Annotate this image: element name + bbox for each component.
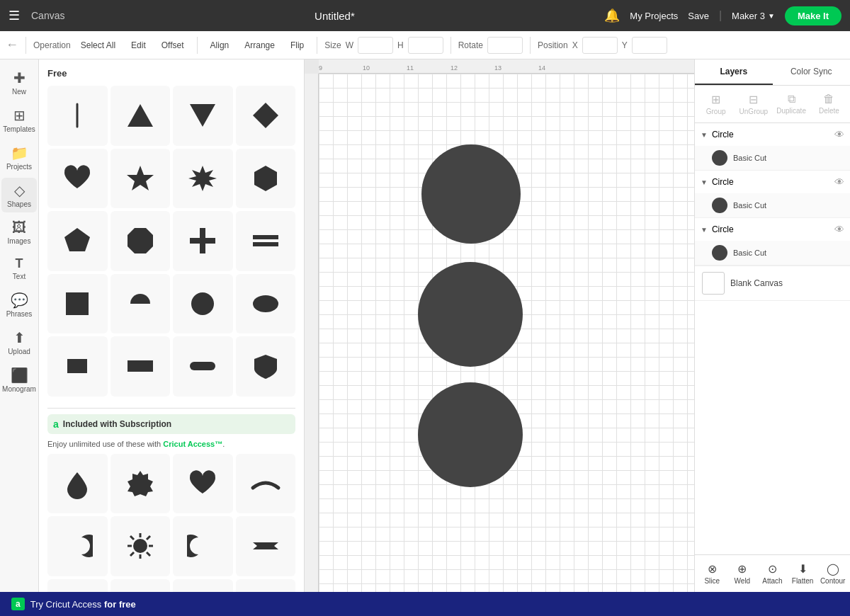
layer-item-2[interactable]: Basic Cut <box>695 193 850 217</box>
layer-group-header-3[interactable]: ▼ Circle 👁 <box>695 218 850 241</box>
images-icon: 🖼 <box>12 219 26 236</box>
shape-circle[interactable] <box>173 274 233 334</box>
make-it-button[interactable]: Make It <box>785 6 842 25</box>
duplicate-button[interactable]: ⧉ Duplicate <box>774 90 810 118</box>
layer-item-3[interactable]: Basic Cut <box>695 241 850 265</box>
sub-shape-crescent[interactable] <box>47 516 108 576</box>
layer-item-1[interactable]: Basic Cut <box>695 146 850 170</box>
canvas-circle-1[interactable] <box>421 144 521 244</box>
arrange-button[interactable]: Arrange <box>239 38 280 52</box>
layer-visibility-icon-1[interactable]: 👁 <box>834 129 844 140</box>
height-input[interactable] <box>408 37 443 54</box>
shape-diamond[interactable] <box>236 86 296 146</box>
cricut-access-link[interactable]: Cricut Access™ <box>163 440 222 448</box>
layer-visibility-icon-2[interactable]: 👁 <box>834 176 844 188</box>
notifications-icon[interactable]: 🔔 <box>604 8 620 23</box>
sidebar-item-text[interactable]: T Text <box>1 252 37 285</box>
sidebar-label-monogram: Monogram <box>2 385 36 393</box>
layer-group-header-2[interactable]: ▼ Circle 👁 <box>695 171 850 193</box>
upload-icon: ⬆ <box>13 329 26 346</box>
canvas-circle-3[interactable] <box>418 382 523 487</box>
y-input[interactable] <box>632 37 667 54</box>
shape-triangle[interactable] <box>110 86 171 146</box>
save-button[interactable]: Save <box>688 11 709 21</box>
select-all-button[interactable]: Select All <box>75 38 121 52</box>
width-label: W <box>346 40 353 50</box>
svg-marker-5 <box>188 166 217 191</box>
tab-color-sync[interactable]: Color Sync <box>773 59 851 85</box>
slice-button[interactable]: ⊗ Slice <box>698 559 727 588</box>
svg-rect-11 <box>253 235 278 239</box>
contour-label: Contour <box>820 577 846 585</box>
back-icon[interactable]: ← <box>6 38 18 52</box>
canvas-circle-2[interactable] <box>418 262 523 367</box>
shape-oval[interactable] <box>236 274 296 334</box>
x-label: X <box>572 40 578 50</box>
shape-rect[interactable] <box>110 336 171 397</box>
sub-shape-banner-flat[interactable] <box>236 516 296 576</box>
sub-shape-sunburst[interactable] <box>110 516 171 576</box>
edit-button[interactable]: Edit <box>125 38 152 52</box>
sub-shape-banner3[interactable] <box>173 579 233 593</box>
sidebar-item-images[interactable]: 🖼 Images <box>1 215 37 249</box>
weld-button[interactable]: ⊕ Weld <box>728 559 757 588</box>
shape-hexagon[interactable] <box>236 149 296 209</box>
shape-square-small[interactable] <box>47 336 108 397</box>
menu-icon[interactable]: ☰ <box>8 8 20 23</box>
shape-equals[interactable] <box>236 211 296 271</box>
sub-shape-badge[interactable] <box>110 454 171 514</box>
layer-group-header-1[interactable]: ▼ Circle 👁 <box>695 123 850 146</box>
x-input[interactable] <box>582 37 618 54</box>
svg-marker-8 <box>128 228 153 253</box>
delete-button[interactable]: 🗑 Delete <box>811 90 847 118</box>
shape-star-5[interactable] <box>110 149 171 209</box>
sub-shape-drop[interactable] <box>47 454 108 514</box>
sub-shape-banner2[interactable] <box>110 579 171 593</box>
offset-button[interactable]: Offset <box>156 38 190 52</box>
sidebar-item-monogram[interactable]: ⬛ Monogram <box>1 363 37 397</box>
layer-visibility-icon-3[interactable]: 👁 <box>834 224 844 235</box>
tab-layers[interactable]: Layers <box>695 59 773 85</box>
sub-shape-crescent2[interactable] <box>173 516 233 576</box>
sidebar-item-phrases[interactable]: 💬 Phrases <box>1 287 37 322</box>
shape-plus[interactable] <box>173 211 233 271</box>
sub-shape-wave[interactable] <box>47 579 108 593</box>
shape-triangle-down[interactable] <box>173 86 233 146</box>
cricut-access-banner[interactable]: a Try Cricut Access for free <box>0 592 850 616</box>
sub-shape-swoop[interactable] <box>236 454 296 514</box>
sidebar-item-new[interactable]: ✚ New <box>1 65 37 100</box>
flatten-button[interactable]: ⬇ Flatten <box>788 559 817 588</box>
shape-octagon[interactable] <box>110 211 171 271</box>
sub-shape-ribbon[interactable] <box>236 579 296 593</box>
blank-canvas-row[interactable]: Blank Canvas <box>695 266 850 301</box>
rotate-input-group <box>487 37 523 54</box>
ungroup-button[interactable]: ⊟ UnGroup <box>735 90 771 118</box>
shape-heart[interactable] <box>47 149 108 209</box>
shape-shield[interactable] <box>236 336 296 397</box>
group-button[interactable]: ⊞ Group <box>698 90 734 118</box>
shape-square[interactable] <box>47 274 108 334</box>
flatten-label: Flatten <box>792 577 814 585</box>
shape-pentagon[interactable] <box>47 211 108 271</box>
rotate-input[interactable] <box>487 37 523 54</box>
sidebar-item-projects[interactable]: 📁 Projects <box>1 140 37 175</box>
width-input[interactable] <box>358 37 393 54</box>
shape-half-circle[interactable] <box>110 274 171 334</box>
shape-line[interactable] <box>47 86 108 146</box>
my-projects-link[interactable]: My Projects <box>630 11 678 21</box>
canvas-area[interactable]: 9 10 11 12 13 14 <box>305 59 694 592</box>
attach-button[interactable]: ⊙ Attach <box>758 559 787 588</box>
shape-pill[interactable] <box>173 336 233 397</box>
sub-shape-heart2[interactable] <box>173 454 233 514</box>
flip-button[interactable]: Flip <box>285 38 310 52</box>
align-button[interactable]: Align <box>205 38 235 52</box>
monogram-icon: ⬛ <box>11 367 28 384</box>
maker-selector[interactable]: Maker 3 ▼ <box>732 11 775 21</box>
shape-star-6[interactable] <box>173 149 233 209</box>
contour-button[interactable]: ◯ Contour <box>818 559 847 588</box>
bottom-tools: ⊗ Slice ⊕ Weld ⊙ Attach ⬇ Flatten ◯ Cont… <box>695 554 850 592</box>
sidebar-item-templates[interactable]: ⊞ Templates <box>1 103 37 137</box>
sidebar-item-shapes[interactable]: ◇ Shapes <box>1 178 37 212</box>
sidebar-item-upload[interactable]: ⬆ Upload <box>1 325 37 360</box>
layer-group-1: ▼ Circle 👁 Basic Cut <box>695 123 850 171</box>
